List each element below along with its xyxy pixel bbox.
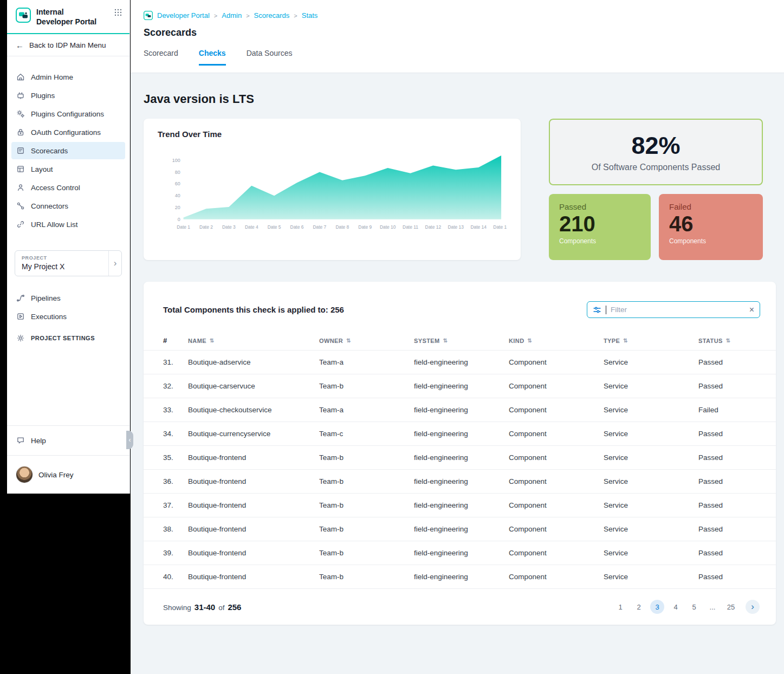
page-header: Developer Portal > Admin > Scorecards > … (131, 0, 784, 73)
sidebar-item-executions[interactable]: Executions (11, 308, 125, 325)
svg-text:Date 13: Date 13 (448, 224, 464, 230)
sidebar-item-plugins-configurations[interactable]: Plugins Configurations (11, 105, 125, 122)
percent-passed-card: 82% Of Software Components Passed (549, 119, 763, 185)
table-row[interactable]: 35.Boutique-frontendTeam-bfield-engineer… (144, 446, 776, 470)
cell-system: field-engineering (414, 573, 509, 581)
back-to-main-menu[interactable]: ← Back to IDP Main Menu (7, 34, 129, 56)
breadcrumb-developer-portal[interactable]: Developer Portal (157, 11, 210, 20)
cell-num: 36. (163, 477, 188, 485)
table-row[interactable]: 38.Boutique-frontendTeam-bfield-engineer… (144, 517, 776, 541)
cell-type: Service (604, 549, 698, 557)
tab-data-sources[interactable]: Data Sources (247, 49, 293, 66)
sort-icon[interactable]: ⇅ (443, 338, 448, 344)
trend-chart-title: Trend Over Time (158, 129, 507, 139)
user-menu[interactable]: Olivia Frey (7, 456, 129, 494)
back-arrow-icon: ← (16, 41, 24, 50)
nav-label: Pipelines (31, 294, 61, 302)
page-button-25[interactable]: 25 (724, 600, 738, 614)
sidebar-item-pipelines[interactable]: Pipelines (11, 289, 125, 307)
page-button-1[interactable]: 1 (613, 600, 627, 614)
table-row[interactable]: 34.Boutique-currencyserviceTeam-cfield-e… (144, 422, 776, 446)
cell-owner: Team-a (319, 406, 414, 414)
sidebar-item-help[interactable]: Help (7, 426, 129, 456)
next-page-button[interactable]: › (746, 600, 760, 614)
sidebar-item-url-allow-list[interactable]: URL Allow List (11, 216, 125, 233)
column-label: KIND (509, 338, 524, 344)
svg-text:Date 3: Date 3 (222, 224, 236, 230)
sidebar-item-project-settings[interactable]: PROJECT SETTINGS (11, 329, 125, 347)
cell-owner: Team-b (319, 525, 414, 533)
sort-icon[interactable]: ⇅ (623, 338, 628, 344)
table-row[interactable]: 40.Boutique-frontendTeam-bfield-engineer… (144, 565, 776, 589)
sidebar-item-admin-home[interactable]: Admin Home (11, 68, 125, 86)
svg-text:Date 12: Date 12 (425, 224, 442, 230)
cell-num: 31. (163, 358, 188, 366)
sidebar-item-oauth-configurations[interactable]: OAuth Configurations (11, 124, 125, 141)
filter-input[interactable]: Filter × (587, 301, 760, 318)
idp-logo-icon (16, 8, 31, 23)
table-row[interactable]: 39.Boutique-frontendTeam-bfield-engineer… (144, 541, 776, 565)
breadcrumb-separator: > (294, 12, 297, 19)
sort-icon[interactable]: ⇅ (726, 338, 731, 344)
scorecard-icon (16, 146, 25, 155)
nav-label: Scorecards (31, 147, 68, 155)
sort-icon[interactable]: ⇅ (528, 338, 533, 344)
column-header-name[interactable]: NAME⇅ (188, 338, 319, 344)
showing-label: Showing (163, 604, 191, 612)
home-icon (16, 73, 25, 81)
page-button-5[interactable]: 5 (687, 600, 701, 614)
table-row[interactable]: 31.Boutique-adserviceTeam-afield-enginee… (144, 351, 776, 374)
failed-label: Failed (669, 202, 753, 211)
column-header-type[interactable]: TYPE⇅ (604, 338, 698, 344)
sidebar-item-access-control[interactable]: Access Control (11, 179, 125, 196)
filter-sliders-icon (593, 306, 601, 314)
cell-num: 40. (163, 573, 188, 581)
sidebar-item-plugins[interactable]: Plugins (11, 87, 125, 104)
breadcrumb-stats[interactable]: Stats (302, 11, 318, 20)
tab-scorecard[interactable]: Scorecard (144, 49, 178, 66)
cell-system: field-engineering (414, 406, 509, 414)
cell-kind: Component (509, 358, 604, 366)
page-button-2[interactable]: 2 (632, 600, 646, 614)
column-header-owner[interactable]: OWNER⇅ (319, 338, 414, 344)
column-header-system[interactable]: SYSTEM⇅ (414, 338, 509, 344)
cell-type: Service (604, 501, 698, 509)
svg-text:Date 10: Date 10 (380, 224, 396, 230)
sidebar-collapse-handle[interactable]: ‹ (126, 431, 133, 449)
cell-system: field-engineering (414, 358, 509, 366)
cell-status: Passed (698, 382, 763, 390)
tab-checks[interactable]: Checks (199, 49, 226, 66)
sidebar-item-layout[interactable]: Layout (11, 160, 125, 178)
cell-type: Service (604, 453, 698, 462)
column-header-status[interactable]: STATUS⇅ (698, 338, 763, 344)
cell-system: field-engineering (414, 382, 509, 390)
gear-icon (16, 334, 25, 342)
cell-type: Service (604, 525, 698, 533)
sort-icon[interactable]: ⇅ (210, 338, 215, 344)
cell-owner: Team-b (319, 501, 414, 509)
cell-num: 38. (163, 525, 188, 533)
page-button-3[interactable]: 3 (650, 600, 664, 614)
cell-status: Passed (698, 573, 763, 581)
column-header-kind[interactable]: KIND⇅ (509, 338, 604, 344)
app-launcher-icon[interactable] (114, 9, 122, 18)
svg-text:Date 1: Date 1 (177, 224, 190, 230)
avatar (16, 466, 33, 483)
cell-system: field-engineering (414, 525, 509, 533)
clear-filter-icon[interactable]: × (749, 306, 754, 314)
sidebar-item-connectors[interactable]: Connectors (11, 197, 125, 215)
table-row[interactable]: 33.Boutique-checkoutserviceTeam-afield-e… (144, 398, 776, 422)
sidebar-item-scorecards[interactable]: Scorecards (11, 142, 125, 159)
svg-text:Date 4: Date 4 (245, 224, 258, 230)
table-row[interactable]: 36.Boutique-frontendTeam-bfield-engineer… (144, 470, 776, 494)
sort-icon[interactable]: ⇅ (346, 338, 351, 344)
table-row[interactable]: 32.Boutique-carservuceTeam-bfield-engine… (144, 374, 776, 398)
trend-area-chart: 020406080100Date 1Date 2Date 3Date 4Date… (158, 150, 507, 236)
breadcrumb-scorecards[interactable]: Scorecards (254, 11, 290, 20)
page-button-4[interactable]: 4 (669, 600, 683, 614)
cell-type: Service (604, 573, 698, 581)
project-selector[interactable]: PROJECT My Project X › (15, 250, 122, 276)
column-label: TYPE (604, 338, 620, 344)
breadcrumb-admin[interactable]: Admin (222, 11, 242, 20)
table-row[interactable]: 37.Boutique-frontendTeam-bfield-engineer… (144, 494, 776, 517)
